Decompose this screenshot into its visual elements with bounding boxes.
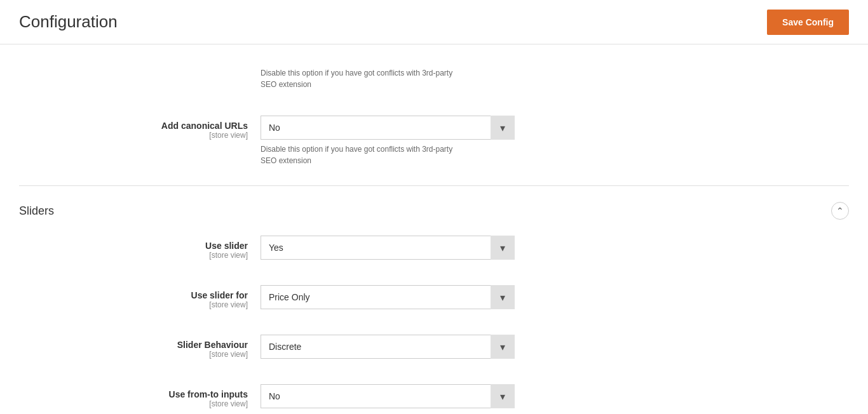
- page-title: Configuration: [19, 12, 118, 32]
- page-header: Configuration Save Config: [0, 0, 868, 44]
- use-from-to-inputs-label: Use from-to inputs: [19, 389, 248, 399]
- sliders-section: Sliders ⌃ Use slider [store view] Yes No: [19, 192, 849, 414]
- use-slider-label-col: Use slider [store view]: [19, 236, 261, 260]
- slider-behaviour-select-wrapper: Discrete Continuous: [261, 335, 515, 359]
- canonical-urls-control-col: No Yes Disable this option if you have g…: [261, 116, 849, 166]
- slider-behaviour-label: Slider Behaviour: [19, 340, 248, 350]
- use-from-to-inputs-select-wrapper: No Yes: [261, 384, 515, 408]
- use-slider-for-sub-label: [store view]: [19, 300, 248, 309]
- canonical-urls-hint-top: Disable this option if you have got conf…: [261, 67, 849, 90]
- canonical-urls-select[interactable]: No Yes: [261, 116, 515, 140]
- canonical-urls-label-col: Add canonical URLs [store view]: [19, 116, 261, 140]
- use-slider-label: Use slider: [19, 241, 248, 251]
- canonical-urls-label: Add canonical URLs: [19, 121, 248, 131]
- slider-behaviour-select[interactable]: Discrete Continuous: [261, 335, 515, 359]
- canonical-urls-hint: Disable this option if you have got conf…: [261, 144, 849, 166]
- canonical-urls-hint-top-row: Disable this option if you have got conf…: [19, 57, 849, 97]
- canonical-urls-hint-top-control-col: Disable this option if you have got conf…: [261, 63, 849, 90]
- slider-behaviour-sub-label: [store view]: [19, 350, 248, 359]
- use-slider-for-row: Use slider for [store view] Price Only P…: [19, 279, 849, 316]
- use-slider-for-select-wrapper: Price Only Price and Quantity Quantity O…: [261, 285, 515, 309]
- use-from-to-inputs-sub-label: [store view]: [19, 399, 248, 408]
- use-slider-select[interactable]: Yes No: [261, 236, 515, 260]
- use-from-to-inputs-row: Use from-to inputs [store view] No Yes: [19, 378, 849, 414]
- use-from-to-inputs-label-col: Use from-to inputs [store view]: [19, 384, 261, 408]
- section-divider: [19, 185, 849, 186]
- slider-behaviour-control-col: Discrete Continuous: [261, 335, 849, 359]
- use-slider-for-label: Use slider for: [19, 290, 248, 300]
- sliders-toggle-icon: ⌃: [836, 206, 844, 216]
- slider-behaviour-label-col: Slider Behaviour [store view]: [19, 335, 261, 359]
- use-slider-for-select[interactable]: Price Only Price and Quantity Quantity O…: [261, 285, 515, 309]
- slider-behaviour-row: Slider Behaviour [store view] Discrete C…: [19, 328, 849, 365]
- sliders-section-header[interactable]: Sliders ⌃: [19, 192, 849, 229]
- sliders-section-toggle[interactable]: ⌃: [831, 202, 849, 220]
- save-config-button[interactable]: Save Config: [767, 10, 849, 35]
- use-slider-sub-label: [store view]: [19, 251, 248, 260]
- use-slider-select-wrapper: Yes No: [261, 236, 515, 260]
- use-from-to-inputs-select[interactable]: No Yes: [261, 384, 515, 408]
- canonical-urls-select-wrapper: No Yes: [261, 116, 515, 140]
- use-slider-for-control-col: Price Only Price and Quantity Quantity O…: [261, 285, 849, 309]
- canonical-urls-hint-top-label-col: [19, 63, 261, 69]
- content-area: Disable this option if you have got conf…: [0, 44, 868, 414]
- canonical-urls-sub-label: [store view]: [19, 131, 248, 140]
- canonical-urls-row: Add canonical URLs [store view] No Yes D…: [19, 109, 849, 173]
- use-from-to-inputs-control-col: No Yes: [261, 384, 849, 408]
- use-slider-for-label-col: Use slider for [store view]: [19, 285, 261, 309]
- use-slider-row: Use slider [store view] Yes No: [19, 229, 849, 266]
- sliders-section-title: Sliders: [19, 204, 54, 218]
- use-slider-control-col: Yes No: [261, 236, 849, 260]
